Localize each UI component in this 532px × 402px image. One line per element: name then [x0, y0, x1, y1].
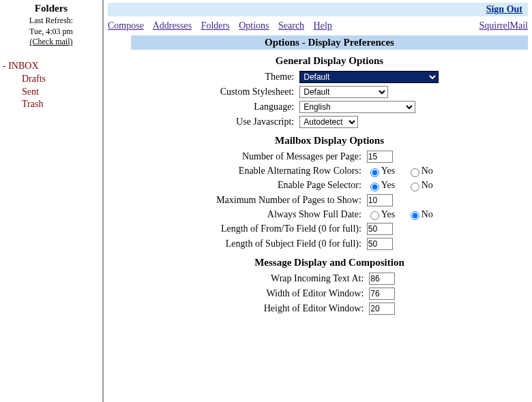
usejs-select[interactable]: Autodetect — [299, 116, 358, 128]
page-title: Options - Display Preferences — [131, 35, 528, 50]
nav-search[interactable]: Search — [278, 20, 304, 31]
page-sel-yes-radio[interactable] — [370, 183, 379, 191]
sign-out-link[interactable]: Sign Out — [486, 4, 522, 14]
nav-options[interactable]: Options — [239, 20, 269, 31]
nav-compose[interactable]: Compose — [108, 20, 144, 31]
label-max-pages: Maximum Number of Pages to Show: — [213, 193, 364, 208]
last-refresh-time: Tue, 4:03 pm — [4, 27, 98, 37]
folders-heading: Folders — [4, 3, 98, 14]
theme-select[interactable]: Default — [299, 71, 439, 83]
page-sel-yes[interactable]: Yes — [367, 180, 395, 190]
full-date-yes[interactable]: Yes — [367, 209, 395, 219]
label-ed-w: Width of Editor Window: — [261, 286, 367, 301]
full-date-yes-radio[interactable] — [370, 211, 379, 220]
label-page-sel: Enable Page Selector: — [213, 179, 364, 193]
alt-colors-no-radio[interactable] — [411, 168, 419, 177]
sidebar: Folders Last Refresh: Tue, 4:03 pm (Chec… — [0, 0, 104, 402]
nav-help[interactable]: Help — [314, 20, 332, 31]
full-date-no-radio[interactable] — [411, 211, 419, 220]
wrap-input[interactable] — [369, 273, 395, 285]
label-full-date: Always Show Full Date: — [213, 208, 364, 222]
label-wrap: Wrap Incoming Text At: — [261, 271, 367, 286]
ed-h-input[interactable] — [369, 303, 395, 315]
main-panel: Sign Out Compose Addresses Folders Optio… — [104, 0, 532, 402]
folder-inbox[interactable]: INBOX — [4, 60, 98, 73]
folder-trash[interactable]: Trash — [16, 98, 98, 111]
alt-colors-yes-radio[interactable] — [370, 168, 379, 177]
label-usejs: Use Javascript: — [218, 114, 297, 129]
nav-folders[interactable]: Folders — [201, 20, 230, 31]
page-sel-no-radio[interactable] — [411, 183, 419, 191]
check-mail-link[interactable]: (Check mail) — [4, 37, 98, 48]
language-select[interactable]: English — [299, 101, 415, 113]
full-date-no[interactable]: No — [407, 209, 433, 219]
page-sel-no[interactable]: No — [407, 180, 433, 190]
label-ed-h: Height of Editor Window: — [261, 301, 367, 316]
len-from-input[interactable] — [367, 223, 393, 235]
stylesheet-select[interactable]: Default — [299, 86, 388, 98]
section-msg: Message Display and Composition — [131, 257, 528, 268]
alt-colors-yes[interactable]: Yes — [367, 166, 395, 176]
ed-w-input[interactable] — [369, 288, 395, 300]
folder-list: INBOX Drafts Sent Trash — [4, 60, 98, 112]
label-num-msgs: Number of Messages per Page: — [213, 149, 364, 164]
len-subj-input[interactable] — [367, 238, 393, 250]
nav-addresses[interactable]: Addresses — [153, 20, 192, 31]
label-stylesheet: Custom Stylesheet: — [218, 84, 297, 99]
nav-links: Compose Addresses Folders Options Search… — [108, 20, 339, 31]
section-general: General Display Options — [131, 55, 528, 67]
folder-sent[interactable]: Sent — [16, 86, 98, 99]
last-refresh-label: Last Refresh: — [4, 16, 98, 27]
section-mailbox: Mailbox Display Options — [131, 135, 528, 146]
label-len-subj: Length of Subject Field (0 for full): — [213, 236, 364, 251]
num-msgs-input[interactable] — [367, 151, 393, 163]
folder-drafts[interactable]: Drafts — [16, 73, 98, 86]
max-pages-input[interactable] — [367, 194, 393, 206]
banner-bar: Sign Out — [108, 3, 528, 16]
brand-link[interactable]: SquirrelMail — [479, 20, 528, 31]
alt-colors-no[interactable]: No — [407, 166, 433, 176]
label-len-from: Length of From/To Field (0 for full): — [213, 221, 364, 236]
label-language: Language: — [218, 99, 297, 114]
label-alt-colors: Enable Alternating Row Colors: — [213, 164, 364, 179]
label-theme: Theme: — [218, 69, 297, 84]
